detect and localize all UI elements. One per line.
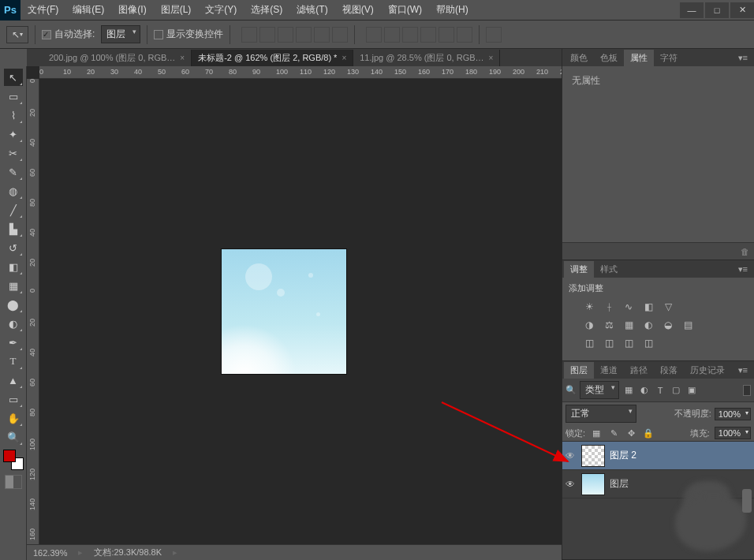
- lasso-tool[interactable]: ⌇: [4, 106, 23, 124]
- fill-input[interactable]: 100%: [715, 427, 751, 439]
- tab-properties[interactable]: 属性: [624, 50, 654, 66]
- threshold-icon[interactable]: ▤: [679, 317, 696, 333]
- marquee-tool[interactable]: ▭: [4, 88, 23, 105]
- magic-wand-tool[interactable]: ✦: [4, 125, 23, 143]
- adj-20-icon[interactable]: ◫: [640, 335, 657, 351]
- scrollbar[interactable]: [742, 489, 752, 513]
- filter-toggle[interactable]: [743, 385, 751, 396]
- brightness-icon[interactable]: ☀: [580, 299, 598, 315]
- fg-color-swatch[interactable]: [3, 450, 16, 462]
- dodge-tool[interactable]: ◐: [4, 315, 23, 332]
- panel-menu-icon[interactable]: ▾≡: [733, 365, 752, 375]
- color-lookup-icon[interactable]: ▦: [620, 317, 637, 333]
- distribute-top-icon[interactable]: [366, 27, 382, 43]
- clone-stamp-tool[interactable]: ▙: [4, 220, 23, 237]
- menu-layer[interactable]: 图层(L): [154, 0, 199, 21]
- lock-transparent-icon[interactable]: ▦: [590, 427, 603, 439]
- doc-tab-1[interactable]: 未标题-2 @ 162% (图层 2, RGB/8) *×: [192, 50, 353, 66]
- menu-help[interactable]: 帮助(H): [429, 0, 476, 21]
- align-bottom-icon[interactable]: [278, 27, 293, 43]
- zoom-level[interactable]: 162.39%: [33, 548, 67, 558]
- maximize-button[interactable]: □: [705, 2, 729, 18]
- invert-icon[interactable]: ◐: [640, 317, 657, 333]
- adj-18-icon[interactable]: ◫: [600, 335, 618, 351]
- trash-icon[interactable]: 🗑: [741, 247, 749, 256]
- quick-mask-toggle[interactable]: [5, 475, 22, 489]
- doc-tab-0[interactable]: 200.jpg @ 100% (图层 0, RGB…×: [43, 50, 192, 66]
- horizontal-ruler[interactable]: 0102030405060708090100110120130140150160…: [39, 66, 562, 79]
- eraser-tool[interactable]: ◧: [4, 258, 23, 275]
- close-button[interactable]: ✕: [730, 2, 754, 18]
- tab-adjustments[interactable]: 调整: [564, 261, 594, 278]
- menu-window[interactable]: 窗口(W): [381, 0, 429, 21]
- history-brush-tool[interactable]: ↺: [4, 239, 23, 256]
- filter-pixel-icon[interactable]: ▦: [622, 384, 635, 397]
- align-right-icon[interactable]: [332, 27, 348, 43]
- filter-type-icon[interactable]: T: [654, 384, 666, 397]
- 3d-mode-icon[interactable]: [486, 27, 502, 43]
- curves-icon[interactable]: ∿: [620, 299, 637, 315]
- menu-select[interactable]: 选择(S): [244, 0, 289, 21]
- filter-shape-icon[interactable]: ▢: [670, 384, 682, 397]
- brush-tool[interactable]: ╱: [4, 201, 23, 218]
- auto-select-checkbox[interactable]: 自动选择:: [42, 28, 95, 41]
- hue-icon[interactable]: [679, 299, 696, 315]
- menu-filter[interactable]: 滤镜(T): [289, 0, 334, 21]
- opacity-input[interactable]: 100%: [715, 408, 751, 420]
- adj-19-icon[interactable]: ◫: [620, 335, 637, 351]
- layer-thumbnail[interactable]: [581, 473, 605, 495]
- vibrance-icon[interactable]: ▽: [659, 299, 677, 315]
- levels-icon[interactable]: ⟊: [600, 299, 618, 315]
- align-top-icon[interactable]: [241, 27, 257, 43]
- photo-filter-icon[interactable]: ◑: [580, 317, 598, 333]
- tab-styles[interactable]: 样式: [594, 261, 624, 278]
- align-hmid-icon[interactable]: [314, 27, 330, 43]
- tab-layers[interactable]: 图层: [564, 362, 594, 379]
- filter-type-dropdown[interactable]: 类型: [580, 381, 619, 399]
- align-vmid-icon[interactable]: [259, 27, 275, 43]
- blend-mode-dropdown[interactable]: 正常: [566, 405, 636, 423]
- move-tool[interactable]: ↖: [4, 69, 23, 86]
- exposure-icon[interactable]: ◧: [640, 299, 657, 315]
- gradient-tool[interactable]: ▦: [4, 277, 23, 294]
- layer-name[interactable]: 图层 2: [610, 449, 636, 462]
- canvas[interactable]: [39, 79, 562, 544]
- bw-icon[interactable]: [719, 299, 736, 315]
- vertical-ruler[interactable]: 0204060804020020406080100120140160: [27, 79, 39, 544]
- auto-select-mode-dropdown[interactable]: 图层: [101, 25, 140, 43]
- tab-paragraph[interactable]: 段落: [654, 362, 684, 379]
- tab-color[interactable]: 颜色: [564, 50, 594, 66]
- minimize-button[interactable]: —: [680, 2, 704, 18]
- layer-thumbnail[interactable]: [581, 445, 605, 467]
- distribute-left-icon[interactable]: [420, 27, 436, 43]
- healing-brush-tool[interactable]: ◍: [4, 182, 23, 200]
- lock-all-icon[interactable]: 🔒: [642, 427, 655, 439]
- eyedropper-tool[interactable]: ✎: [4, 163, 23, 181]
- filter-smart-icon[interactable]: ▣: [685, 384, 698, 397]
- layer-row-0[interactable]: 👁 图层 2: [562, 442, 754, 470]
- selective-color-icon[interactable]: [719, 317, 736, 333]
- menu-type[interactable]: 文字(Y): [198, 0, 244, 21]
- balance-icon[interactable]: [699, 299, 716, 315]
- menu-file[interactable]: 文件(F): [21, 0, 65, 21]
- visibility-toggle[interactable]: 👁: [566, 479, 577, 490]
- distribute-vmid-icon[interactable]: [384, 27, 400, 43]
- blur-tool[interactable]: ⬤: [4, 296, 23, 313]
- tab-character[interactable]: 字符: [654, 50, 684, 66]
- lock-position-icon[interactable]: ✥: [625, 427, 637, 439]
- distribute-bottom-icon[interactable]: [402, 27, 418, 43]
- close-icon[interactable]: ×: [180, 54, 185, 62]
- show-transform-checkbox[interactable]: 显示变换控件: [154, 28, 223, 41]
- doc-size[interactable]: 文档:29.3K/98.8K: [94, 547, 162, 558]
- tool-preset-picker[interactable]: ↖▾: [6, 26, 28, 43]
- tab-paths[interactable]: 路径: [624, 362, 654, 379]
- panel-menu-icon[interactable]: ▾≡: [733, 53, 752, 63]
- filter-adjust-icon[interactable]: ◐: [638, 384, 651, 397]
- gradient-map-icon[interactable]: [699, 317, 716, 333]
- path-select-tool[interactable]: ▲: [4, 371, 23, 389]
- panel-menu-icon[interactable]: ▾≡: [733, 264, 752, 274]
- hand-tool[interactable]: ✋: [4, 409, 23, 427]
- menu-view[interactable]: 视图(V): [335, 0, 381, 21]
- doc-tab-2[interactable]: 11.jpg @ 28.5% (图层 0, RGB…×: [353, 50, 500, 66]
- tab-channels[interactable]: 通道: [594, 362, 624, 379]
